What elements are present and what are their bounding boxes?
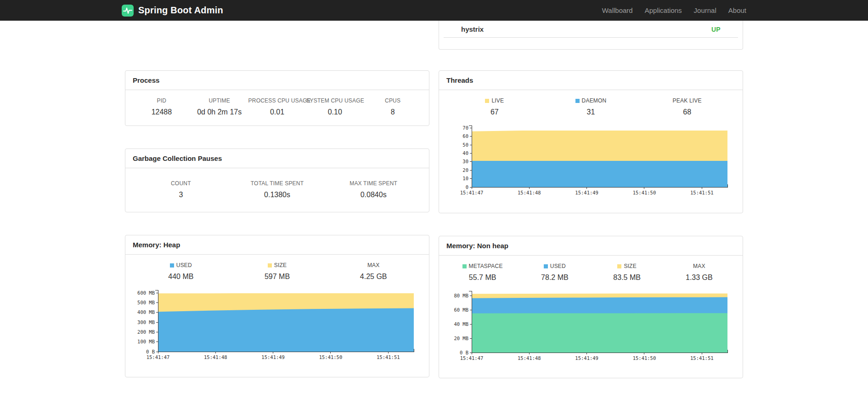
svg-text:200 MB: 200 MB xyxy=(137,329,155,335)
threads-card-body: LIVE 67 DAEMON 31 PEAK LIVE 68 010203040… xyxy=(439,90,743,209)
legend-swatch-daemon xyxy=(575,99,580,103)
brand-title: Spring Boot Admin xyxy=(138,5,223,16)
legend-swatch-nonheap-size xyxy=(617,264,621,268)
stat-pid: PID 12488 xyxy=(133,97,191,116)
svg-text:70: 70 xyxy=(462,125,468,131)
legend-swatch-used xyxy=(170,263,174,268)
stat-process-cpu-usage: PROCESS CPU USAGE 0.01 xyxy=(248,97,306,116)
nav-item-about[interactable]: About xyxy=(728,6,746,14)
legend-nonheap-max: MAX 1.33 GB xyxy=(663,263,735,282)
legend-swatch-nonheap-used xyxy=(544,264,548,268)
legend-swatch-size xyxy=(268,263,272,268)
right-column: hystrix UP Threads LIVE 67 DAEMON 31 xyxy=(439,21,743,378)
memory-heap-chart: 0 B100 MB200 MB300 MB400 MB500 MB600 MB1… xyxy=(133,286,417,364)
legend-threads-live: LIVE 67 xyxy=(446,97,543,116)
process-card-title: Process xyxy=(125,71,429,90)
legend-heap-size: SIZE 597 MB xyxy=(229,262,326,281)
memory-nonheap-chart: 0 B20 MB40 MB60 MB80 MB15:41:4715:41:481… xyxy=(446,287,731,365)
svg-text:15:41:47: 15:41:47 xyxy=(460,355,484,361)
navbar-inner: Spring Boot Admin Wallboard Applications… xyxy=(122,0,746,21)
gc-stats: COUNT 3 TOTAL TIME SPENT 0.1380s MAX TIM… xyxy=(133,180,422,199)
svg-text:60 MB: 60 MB xyxy=(454,307,468,313)
svg-text:50: 50 xyxy=(462,142,468,148)
svg-text:60: 60 xyxy=(462,133,468,139)
svg-text:15:41:49: 15:41:49 xyxy=(575,355,598,361)
health-service-name: hystrix xyxy=(461,25,484,33)
gc-card-title: Garbage Collection Pauses xyxy=(125,149,429,168)
svg-text:600 MB: 600 MB xyxy=(137,290,155,296)
legend-heap-used: USED 440 MB xyxy=(133,262,229,281)
navbar: Spring Boot Admin Wallboard Applications… xyxy=(0,0,868,21)
threads-chart-wrap: 01020304050607015:41:4715:41:4815:41:491… xyxy=(446,122,735,200)
memory-heap-card-body: USED 440 MB SIZE 597 MB MAX 4.25 GB 0 B1… xyxy=(125,255,429,374)
svg-text:15:41:51: 15:41:51 xyxy=(690,355,714,361)
svg-text:400 MB: 400 MB xyxy=(137,309,155,315)
memory-heap-card: Memory: Heap USED 440 MB SIZE 597 MB MAX… xyxy=(125,235,429,377)
stat-uptime: UPTIME 0d 0h 2m 17s xyxy=(191,97,248,116)
memory-nonheap-card-title: Memory: Non heap xyxy=(439,236,743,256)
legend-nonheap-used: USED 78.2 MB xyxy=(519,263,591,282)
svg-text:20: 20 xyxy=(462,167,468,173)
brand-link[interactable]: Spring Boot Admin xyxy=(122,5,223,17)
legend-nonheap-metaspace: METASPACE 55.7 MB xyxy=(446,263,519,282)
process-stats: PID 12488 UPTIME 0d 0h 2m 17s PROCESS CP… xyxy=(133,97,422,116)
svg-text:15:41:50: 15:41:50 xyxy=(633,190,656,195)
stat-cpus: CPUS 8 xyxy=(364,97,422,116)
health-status-badge: UP xyxy=(711,26,721,33)
svg-text:15:41:48: 15:41:48 xyxy=(518,190,541,195)
stat-system-cpu-usage: SYSTEM CPU USAGE 0.10 xyxy=(306,97,364,116)
memory-nonheap-legend: METASPACE 55.7 MB USED 78.2 MB SIZE 83.5… xyxy=(446,263,735,282)
svg-text:40 MB: 40 MB xyxy=(454,321,468,327)
nav-item-applications[interactable]: Applications xyxy=(645,6,682,14)
left-column: Process PID 12488 UPTIME 0d 0h 2m 17s PR… xyxy=(125,21,429,378)
legend-threads-daemon: DAEMON 31 xyxy=(543,97,639,116)
nav-links: Wallboard Applications Journal About xyxy=(602,6,746,14)
health-row-hystrix: hystrix UP xyxy=(444,21,738,38)
gc-card-body: COUNT 3 TOTAL TIME SPENT 0.1380s MAX TIM… xyxy=(125,168,429,212)
legend-nonheap-size: SIZE 83.5 MB xyxy=(591,263,663,282)
legend-heap-max: MAX 4.25 GB xyxy=(325,262,422,281)
svg-text:0 B: 0 B xyxy=(146,349,155,354)
nav-item-journal[interactable]: Journal xyxy=(694,6,716,14)
memory-nonheap-card-body: METASPACE 55.7 MB USED 78.2 MB SIZE 83.5… xyxy=(439,256,743,375)
svg-text:15:41:49: 15:41:49 xyxy=(261,354,285,360)
svg-text:0: 0 xyxy=(466,184,468,190)
svg-text:80 MB: 80 MB xyxy=(454,293,468,298)
svg-text:15:41:47: 15:41:47 xyxy=(460,190,484,195)
svg-text:30: 30 xyxy=(462,159,468,164)
memory-nonheap-chart-wrap: 0 B20 MB40 MB60 MB80 MB15:41:4715:41:481… xyxy=(446,287,735,365)
stat-gc-total-time: TOTAL TIME SPENT 0.1380s xyxy=(229,180,326,199)
memory-nonheap-card: Memory: Non heap METASPACE 55.7 MB USED … xyxy=(439,236,743,378)
stat-gc-max-time: MAX TIME SPENT 0.0840s xyxy=(325,180,422,199)
process-card-body: PID 12488 UPTIME 0d 0h 2m 17s PROCESS CP… xyxy=(125,90,429,125)
svg-text:10: 10 xyxy=(462,176,468,181)
svg-text:15:41:50: 15:41:50 xyxy=(319,354,343,360)
threads-legend: LIVE 67 DAEMON 31 PEAK LIVE 68 xyxy=(446,97,735,116)
legend-swatch-metaspace xyxy=(462,264,467,268)
svg-text:15:41:50: 15:41:50 xyxy=(633,355,656,361)
legend-threads-peak-live: PEAK LIVE 68 xyxy=(639,97,735,116)
svg-text:15:41:48: 15:41:48 xyxy=(518,355,541,361)
brand-logo-icon xyxy=(122,5,134,17)
memory-heap-card-title: Memory: Heap xyxy=(125,235,429,255)
svg-text:300 MB: 300 MB xyxy=(137,319,155,325)
svg-text:100 MB: 100 MB xyxy=(137,339,155,344)
svg-text:15:41:51: 15:41:51 xyxy=(690,190,714,195)
nav-item-wallboard[interactable]: Wallboard xyxy=(602,6,633,14)
svg-text:15:41:51: 15:41:51 xyxy=(377,354,400,360)
main-content: Process PID 12488 UPTIME 0d 0h 2m 17s PR… xyxy=(125,21,743,410)
left-column-spacer xyxy=(125,21,429,70)
svg-text:500 MB: 500 MB xyxy=(137,300,155,305)
memory-heap-legend: USED 440 MB SIZE 597 MB MAX 4.25 GB xyxy=(133,262,422,281)
threads-card-title: Threads xyxy=(439,71,743,90)
memory-heap-chart-wrap: 0 B100 MB200 MB300 MB400 MB500 MB600 MB1… xyxy=(133,286,422,364)
svg-text:40: 40 xyxy=(462,150,468,156)
stat-gc-count: COUNT 3 xyxy=(133,180,229,199)
svg-text:15:41:47: 15:41:47 xyxy=(147,354,170,360)
svg-text:15:41:48: 15:41:48 xyxy=(204,354,227,360)
process-card: Process PID 12488 UPTIME 0d 0h 2m 17s PR… xyxy=(125,70,429,126)
gc-card: Garbage Collection Pauses COUNT 3 TOTAL … xyxy=(125,148,429,212)
svg-text:0 B: 0 B xyxy=(460,350,468,355)
svg-text:20 MB: 20 MB xyxy=(454,336,468,341)
health-card: hystrix UP xyxy=(439,21,743,50)
